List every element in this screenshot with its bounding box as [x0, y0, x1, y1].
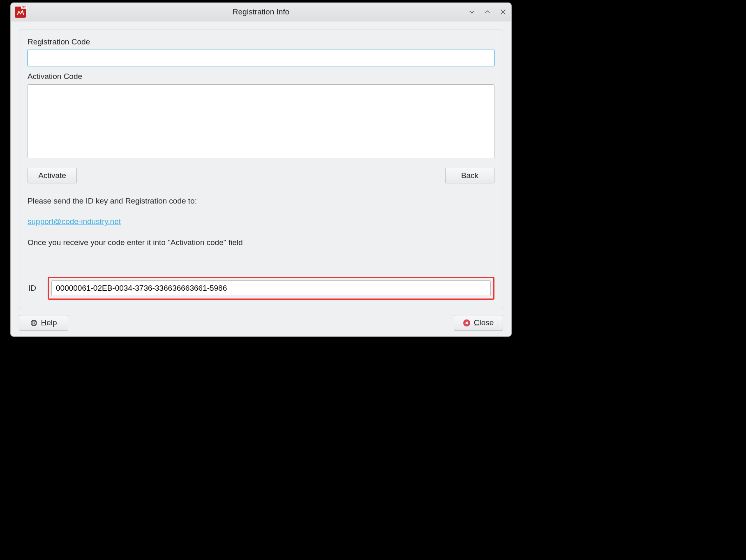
back-button[interactable]: Back — [445, 168, 494, 183]
app-icon-badge: PDF — [21, 6, 27, 9]
form-group: Registration Code Activation Code Activa… — [19, 30, 503, 309]
svg-line-4 — [32, 321, 33, 322]
svg-line-5 — [35, 321, 36, 322]
registration-code-label: Registration Code — [28, 37, 494, 46]
instruction-text: Please send the ID key and Registration … — [28, 195, 494, 249]
app-icon: PDF — [15, 7, 26, 18]
close-window-button[interactable] — [499, 8, 507, 16]
help-button[interactable]: Help — [19, 315, 68, 331]
svg-line-6 — [32, 324, 33, 324]
dialog-content: Registration Code Activation Code Activa… — [11, 21, 511, 336]
instruction-line-2: Once you receive your code enter it into… — [28, 236, 494, 249]
chevron-up-icon — [484, 8, 491, 16]
support-email-link[interactable]: support@code-industry.net — [28, 215, 121, 228]
chevron-down-icon — [468, 8, 476, 16]
activation-code-input[interactable] — [28, 84, 494, 158]
help-icon — [30, 319, 37, 326]
registration-info-dialog: PDF Registration Info Registration Code … — [10, 2, 512, 337]
close-icon — [499, 8, 507, 16]
titlebar: PDF Registration Info — [11, 3, 511, 21]
svg-line-7 — [35, 324, 36, 324]
registration-code-input[interactable] — [28, 50, 494, 66]
activate-button[interactable]: Activate — [28, 168, 77, 183]
close-dialog-icon — [463, 319, 471, 326]
close-button[interactable]: Close — [454, 315, 503, 331]
help-button-label: Help — [41, 318, 57, 327]
action-button-row: Activate Back — [28, 168, 494, 183]
minimize-button[interactable] — [468, 8, 476, 16]
close-button-label: Close — [474, 318, 494, 327]
id-label: ID — [28, 284, 36, 293]
id-row: ID — [28, 277, 494, 300]
titlebar-controls — [468, 8, 507, 16]
activation-code-label: Activation Code — [28, 72, 494, 81]
id-input[interactable] — [51, 280, 491, 296]
svg-point-3 — [33, 322, 35, 324]
svg-point-2 — [31, 320, 37, 326]
instruction-line-1: Please send the ID key and Registration … — [28, 195, 494, 207]
dialog-footer: Help Close — [19, 315, 503, 331]
window-title: Registration Info — [11, 7, 511, 16]
maximize-button[interactable] — [483, 8, 492, 16]
id-highlight-frame — [48, 277, 494, 300]
